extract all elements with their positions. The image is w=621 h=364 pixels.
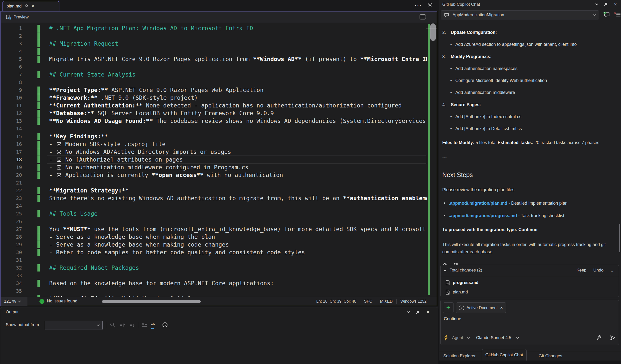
issues-status[interactable]: No issues found — [47, 299, 77, 304]
change-bar — [37, 56, 40, 63]
editor-line[interactable]: 31 — [1, 256, 427, 264]
chat-session-dropdown[interactable]: AppModernizationMigration — [441, 10, 599, 19]
editor-line[interactable]: 24 — [1, 202, 427, 210]
keep-button[interactable]: Keep — [577, 268, 587, 273]
send-icon[interactable] — [610, 335, 616, 341]
editor-line[interactable]: 16- Modern SDK-style .csproj file — [1, 140, 427, 148]
editor-line[interactable]: 26 — [1, 218, 427, 225]
change-bar — [37, 164, 40, 171]
editor-line[interactable]: 21 — [1, 179, 427, 187]
line-text: - Serve as a knowledge base when making … — [49, 233, 215, 241]
line-text: ## Current State Analysis — [49, 71, 136, 79]
gear-icon[interactable] — [427, 2, 433, 7]
status-item[interactable]: Windows 1252 — [397, 299, 430, 304]
chat-scrollbar[interactable] — [619, 224, 620, 252]
clear-chat-icon[interactable] — [614, 11, 621, 18]
split-editor-icon[interactable] — [419, 14, 426, 20]
undo-button[interactable]: Undo — [593, 268, 604, 273]
line-number: 35 — [1, 287, 22, 295]
changed-file-row[interactable]: progress.md — [446, 278, 478, 287]
tools-wrench-icon[interactable] — [596, 335, 602, 341]
editor-line[interactable]: 17- No Windows AD/Active Directory impor… — [1, 148, 427, 156]
status-item[interactable]: MIXED — [376, 299, 396, 304]
vertical-scrollbar[interactable] — [430, 23, 436, 41]
editor-line[interactable]: 27You **MUST** use the tools from (micro… — [1, 225, 427, 233]
changed-file-name: plan.md — [453, 290, 468, 295]
active-document-chip[interactable]: Active Document × — [456, 302, 506, 313]
editor-line[interactable]: 19- No authentication middleware configu… — [1, 164, 427, 171]
editor-line[interactable]: 8 — [1, 79, 427, 86]
chevron-down-icon[interactable] — [407, 310, 410, 313]
status-item[interactable]: Ln: 18, Ch: 39, Col: 40 — [312, 299, 360, 304]
horizontal-scrollbar[interactable] — [102, 300, 201, 303]
editor-line[interactable]: 25## Tools Usage — [1, 210, 427, 218]
editor-line[interactable]: 13**No Windows AD Usage Found:** The cod… — [1, 117, 427, 125]
preview-button[interactable]: Preview — [3, 13, 31, 21]
changes-more-icon[interactable]: … — [611, 268, 615, 273]
editor-line[interactable]: 15**Key Findings:** — [1, 133, 427, 140]
editor-line[interactable]: 12**Database:** SQL Server LocalDB with … — [1, 109, 427, 117]
file-link[interactable]: .appmod/.migration/plan.md — [449, 201, 507, 206]
timestamp-icon[interactable] — [162, 322, 168, 328]
previous-message-icon[interactable] — [120, 322, 126, 328]
mode-selector[interactable]: Agent — [452, 335, 463, 340]
clear-all-icon[interactable] — [142, 322, 148, 328]
editor-line[interactable]: 14 — [1, 125, 427, 133]
changes-header[interactable]: Total changes (2) — [444, 268, 482, 273]
editor-line[interactable]: 2 — [1, 32, 427, 40]
markdown-editor[interactable]: 1# .NET App Migration Plan: Windows AD t… — [1, 23, 437, 297]
editor-line[interactable]: 28- Serve as a knowledge base when makin… — [1, 233, 427, 241]
editor-line[interactable]: 7## Current State Analysis — [1, 71, 427, 79]
tab-git-changes[interactable]: Git Changes — [539, 354, 562, 359]
change-bar — [37, 40, 40, 47]
chevron-down-icon[interactable] — [595, 2, 598, 5]
word-wrap-icon[interactable]: ab↩ — [151, 322, 155, 331]
change-overview-strip — [428, 24, 430, 295]
editor-line[interactable]: 4 — [1, 48, 427, 55]
editor-line[interactable]: 29- Serve as a knowledge base when makin… — [1, 241, 427, 249]
close-panel-icon[interactable]: × — [426, 310, 430, 314]
file-link[interactable]: .appmod/.migration/progress.md — [449, 213, 517, 218]
add-context-button[interactable]: + — [443, 302, 454, 313]
remove-chip-icon[interactable]: × — [500, 305, 503, 310]
chat-input-text[interactable]: Continue — [444, 316, 461, 322]
pin-icon[interactable] — [416, 310, 420, 314]
editor-line[interactable]: 35 — [1, 287, 427, 295]
editor-line[interactable]: 9**Project Type:** ASP.NET Core 9.0 Razo… — [1, 86, 427, 94]
editor-line[interactable]: 10**Framework:** .NET 9.0 (SDK-style pro… — [1, 94, 427, 102]
close-panel-icon[interactable]: × — [614, 2, 617, 6]
pin-icon[interactable] — [604, 2, 608, 6]
chat-input-card[interactable]: + Active Document × Continue Agent Claud… — [440, 300, 619, 345]
zoom-selector[interactable]: 121 % — [1, 297, 27, 306]
output-source-select[interactable] — [45, 321, 103, 330]
next-message-icon[interactable] — [130, 322, 136, 328]
editor-line[interactable]: 30- Refer to code samples for better cod… — [1, 249, 427, 256]
changed-file-row[interactable]: plan.md — [446, 287, 478, 297]
pin-icon[interactable] — [24, 4, 28, 8]
editor-line[interactable]: 32## Required NuGet Packages — [1, 264, 427, 272]
editor-line[interactable]: 1# .NET App Migration Plan: Windows AD t… — [1, 24, 427, 32]
editor-line[interactable]: 22**Migration Strategy:** — [1, 187, 427, 194]
editor-line[interactable]: 18- No [Authorize] attributes on pages — [1, 156, 427, 164]
editor-line[interactable]: 34Based on the knowledge base for modern… — [1, 279, 427, 287]
editor-line[interactable]: 5Migrate this ASP.NET Core 9.0 Razor Pag… — [1, 55, 427, 63]
new-chat-icon[interactable] — [603, 11, 610, 18]
line-text: - No Windows AD/Active Directory imports… — [49, 148, 231, 156]
editor-line[interactable]: 20- Application is currently **open acce… — [1, 171, 427, 179]
tab-github-copilot-chat[interactable]: GitHub Copilot Chat — [482, 349, 527, 361]
close-tab-icon[interactable]: × — [31, 4, 34, 8]
editor-line[interactable]: 23Since there's no existing Windows AD a… — [1, 194, 427, 202]
editor-line[interactable]: 33 — [1, 272, 427, 279]
tab-plan-md[interactable]: plan.md × — [2, 1, 59, 11]
line-text: - Serve as a knowledge base when making … — [49, 241, 229, 249]
editor-line[interactable]: 36**Microsoft.Identity.Web** Version 3.1… — [1, 295, 427, 297]
editor-line[interactable]: 11**Current Authentication:** None detec… — [1, 102, 427, 109]
status-item[interactable]: SPC — [360, 299, 376, 304]
editor-more-options-icon[interactable]: ··· — [415, 2, 422, 8]
model-selector[interactable]: Claude Sonnet 4.5 — [476, 335, 511, 340]
change-bar — [37, 148, 40, 156]
editor-line[interactable]: 6 — [1, 63, 427, 71]
tab-solution-explorer[interactable]: Solution Explorer — [443, 354, 475, 359]
find-message-icon[interactable] — [110, 322, 116, 328]
editor-line[interactable]: 3## Migration Request — [1, 40, 427, 48]
